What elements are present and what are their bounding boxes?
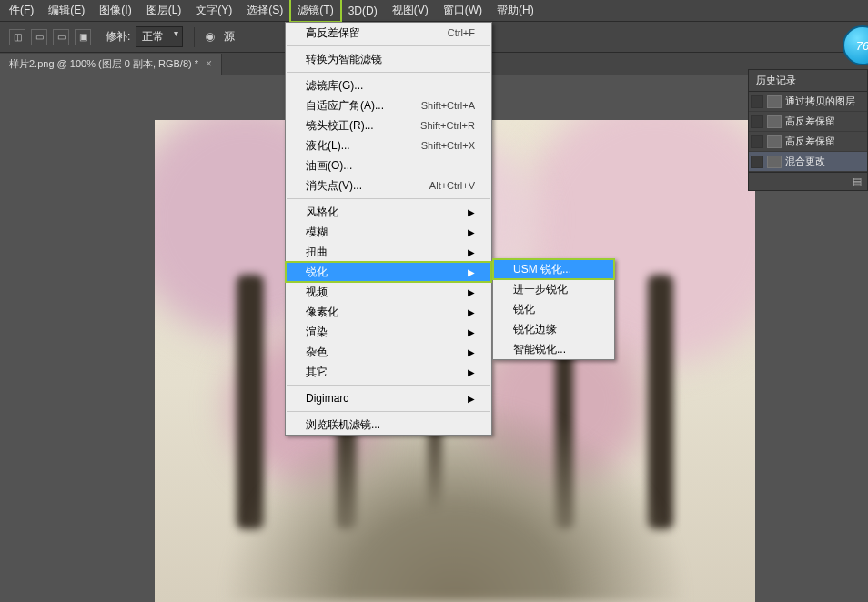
menu-item-shortcut: Shift+Ctrl+R <box>420 120 475 131</box>
filter-menu-item[interactable]: 模糊▶ <box>286 222 491 242</box>
history-step-icon <box>767 95 782 108</box>
history-row[interactable]: 通过拷贝的图层 <box>749 92 867 112</box>
patch-tool-icon[interactable]: ◫ <box>9 29 25 45</box>
menu-item-label: Digimarc <box>306 392 348 405</box>
menu-item-label: 高反差保留 <box>306 25 360 41</box>
document-tab[interactable]: 样片2.png @ 100% (图层 0 副本, RGB/8) * × <box>0 54 222 75</box>
history-row-label: 高反差保留 <box>785 135 835 148</box>
source-radio-label: 源 <box>224 29 235 45</box>
menu-3d[interactable]: 3D(D) <box>341 1 385 21</box>
history-row-label: 混合更改 <box>785 155 825 168</box>
menu-item-label: 智能锐化... <box>513 342 566 357</box>
panel-menu-icon[interactable]: ▤ <box>853 176 862 187</box>
filter-menu-item[interactable]: 渲染▶ <box>286 322 491 342</box>
opt-icon-4[interactable]: ▣ <box>75 29 91 45</box>
document-tab-title: 样片2.png @ 100% (图层 0 副本, RGB/8) * <box>9 57 198 71</box>
history-step-icon <box>767 135 782 148</box>
filter-menu-item[interactable]: 液化(L)...Shift+Ctrl+X <box>286 135 491 156</box>
filter-menu-item[interactable]: 浏览联机滤镜... <box>286 415 491 435</box>
filter-menu-item[interactable]: Digimarc▶ <box>286 388 491 408</box>
filter-menu-item[interactable]: 滤镜库(G)... <box>286 75 491 95</box>
filter-menu-item[interactable]: 扭曲▶ <box>286 242 491 262</box>
menu-edit[interactable]: 编辑(E) <box>41 0 92 22</box>
filter-menu-item[interactable]: 消失点(V)...Alt+Ctrl+V <box>286 176 491 196</box>
history-row[interactable]: 混合更改 <box>749 152 867 172</box>
menu-layer[interactable]: 图层(L) <box>139 0 189 22</box>
menu-item-label: 转换为智能滤镜 <box>306 52 382 67</box>
menu-item-shortcut: Ctrl+F <box>448 27 475 38</box>
filter-menu-item[interactable]: 视频▶ <box>286 282 491 302</box>
history-row-label: 高反差保留 <box>785 115 835 128</box>
filter-menu-item[interactable]: 高反差保留Ctrl+F <box>286 23 491 43</box>
menu-item-label: 锐化边缘 <box>513 322 557 337</box>
history-snapshot-checkbox[interactable] <box>751 95 763 108</box>
sharpen-menu-item[interactable]: USM 锐化... <box>493 259 614 279</box>
filter-menu-item[interactable]: 像素化▶ <box>286 302 491 322</box>
sharpen-menu-item[interactable]: 锐化 <box>493 299 614 319</box>
filter-menu-item[interactable]: 锐化▶ <box>286 262 491 282</box>
menu-item-label: 消失点(V)... <box>306 178 362 194</box>
menu-separator <box>287 411 490 412</box>
history-snapshot-checkbox[interactable] <box>751 135 763 148</box>
filter-menu-item[interactable]: 杂色▶ <box>286 342 491 362</box>
patch-label: 修补: <box>106 29 130 45</box>
menu-help[interactable]: 帮助(H) <box>490 0 541 22</box>
sharpen-submenu: USM 锐化...进一步锐化锐化锐化边缘智能锐化... <box>492 258 615 360</box>
history-panel-footer: ▤ <box>749 172 867 190</box>
filter-menu-item[interactable]: 自适应广角(A)...Shift+Ctrl+A <box>286 95 491 115</box>
history-panel: 历史记录 通过拷贝的图层高反差保留高反差保留混合更改 ▤ <box>748 69 868 191</box>
submenu-arrow-icon: ▶ <box>468 367 475 377</box>
menu-item-label: 镜头校正(R)... <box>306 118 374 134</box>
menu-window[interactable]: 窗口(W) <box>436 0 490 22</box>
sharpen-menu-item[interactable]: 锐化边缘 <box>493 319 614 339</box>
menu-item-shortcut: Shift+Ctrl+X <box>421 140 475 151</box>
filter-dropdown-menu: 高反差保留Ctrl+F转换为智能滤镜滤镜库(G)...自适应广角(A)...Sh… <box>285 22 492 436</box>
filter-menu-item[interactable]: 油画(O)... <box>286 156 491 176</box>
opt-icon-2[interactable]: ▭ <box>31 29 47 45</box>
menu-separator <box>287 385 490 386</box>
menu-item-label: USM 锐化... <box>513 262 571 277</box>
filter-menu-item[interactable]: 其它▶ <box>286 362 491 382</box>
history-row[interactable]: 高反差保留 <box>749 132 867 152</box>
sharpen-menu-item[interactable]: 智能锐化... <box>493 339 614 359</box>
menu-item-label: 扭曲 <box>306 245 328 260</box>
menu-separator <box>287 72 490 73</box>
menu-item-label: 自适应广角(A)... <box>306 98 384 114</box>
menu-image[interactable]: 图像(I) <box>92 0 138 22</box>
submenu-arrow-icon: ▶ <box>468 394 475 404</box>
menu-item-label: 像素化 <box>306 305 338 320</box>
menu-file[interactable]: 件(F) <box>2 0 41 22</box>
menu-item-label: 锐化 <box>306 265 328 280</box>
source-radio[interactable] <box>206 33 215 42</box>
menu-filter[interactable]: 滤镜(T) <box>290 0 340 22</box>
menu-item-label: 其它 <box>306 365 328 380</box>
close-icon[interactable]: × <box>206 57 212 70</box>
menu-type[interactable]: 文字(Y) <box>188 0 239 22</box>
history-step-icon <box>767 156 782 168</box>
submenu-arrow-icon: ▶ <box>468 267 475 277</box>
menu-select[interactable]: 选择(S) <box>239 0 290 22</box>
filter-menu-item[interactable]: 转换为智能滤镜 <box>286 49 491 69</box>
menu-item-label: 进一步锐化 <box>513 282 568 297</box>
menu-separator <box>287 198 490 199</box>
sharpen-menu-item[interactable]: 进一步锐化 <box>493 279 614 299</box>
history-panel-tab[interactable]: 历史记录 <box>749 70 867 92</box>
menu-item-label: 滤镜库(G)... <box>306 78 363 94</box>
submenu-arrow-icon: ▶ <box>468 307 475 317</box>
menu-item-label: 液化(L)... <box>306 138 350 154</box>
history-snapshot-checkbox[interactable] <box>751 115 763 128</box>
opt-icon-3[interactable]: ▭ <box>53 29 69 45</box>
history-row-label: 通过拷贝的图层 <box>785 95 855 108</box>
menu-item-label: 油画(O)... <box>306 158 352 174</box>
filter-menu-item[interactable]: 风格化▶ <box>286 202 491 222</box>
menu-item-shortcut: Shift+Ctrl+A <box>421 100 475 111</box>
filter-menu-item[interactable]: 镜头校正(R)...Shift+Ctrl+R <box>286 115 491 135</box>
submenu-arrow-icon: ▶ <box>468 287 475 297</box>
menu-item-label: 渲染 <box>306 325 328 340</box>
menu-item-label: 锐化 <box>513 302 535 317</box>
history-step-icon <box>767 115 782 128</box>
patch-mode-select[interactable]: 正常 <box>136 26 183 47</box>
history-row[interactable]: 高反差保留 <box>749 112 867 132</box>
history-snapshot-checkbox[interactable] <box>751 156 763 168</box>
menu-view[interactable]: 视图(V) <box>385 0 436 22</box>
